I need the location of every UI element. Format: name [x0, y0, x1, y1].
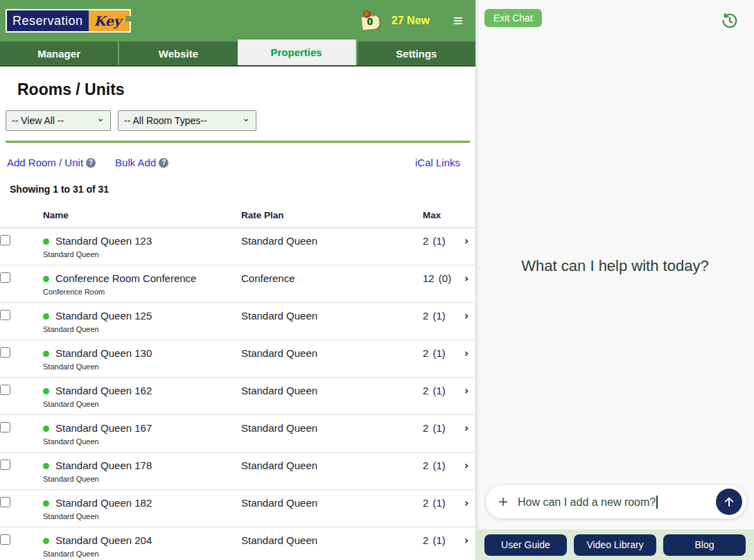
room-name[interactable]: Standard Queen 123 [55, 235, 152, 247]
exit-chat-button[interactable]: Exit Chat [484, 9, 542, 27]
row-name-cell: Standard Queen 123 Standard Queen [43, 228, 241, 265]
bulk-add-help-icon[interactable]: ? [159, 158, 168, 168]
send-button[interactable] [716, 489, 742, 515]
row-checkbox[interactable] [0, 310, 10, 320]
green-divider [6, 141, 470, 143]
chat-footer: User Guide Video Library Blog [476, 530, 754, 560]
blog-button[interactable]: Blog [663, 534, 746, 556]
row-checkbox[interactable] [0, 385, 10, 395]
row-chevron-right-icon[interactable]: › [457, 415, 475, 453]
row-checkbox-cell [0, 527, 43, 560]
room-name[interactable]: Standard Queen 178 [55, 460, 152, 471]
room-name[interactable]: Standard Queen 125 [55, 310, 152, 322]
rooms-table: Name Rate Plan Max Standard Queen 123 S [0, 204, 475, 560]
note-count: 0 [367, 15, 373, 27]
row-chevron-right-icon[interactable]: › [457, 378, 475, 415]
add-room-help-icon[interactable]: ? [86, 158, 96, 168]
row-max: 2 (1) [423, 415, 457, 453]
page-title: Rooms / Units [17, 80, 475, 99]
row-checkbox[interactable] [0, 534, 10, 545]
header-checkbox-col [0, 204, 43, 228]
row-chevron-right-icon[interactable]: › [457, 303, 475, 340]
tab-settings[interactable]: Settings [356, 42, 475, 65]
user-guide-button[interactable]: User Guide [484, 534, 567, 556]
chat-input[interactable]: How can I add a new room? [518, 496, 716, 509]
row-checkbox[interactable] [0, 272, 10, 283]
reservationkey-logo[interactable]: Reservation Key [6, 9, 131, 33]
active-status-dot [43, 351, 49, 357]
active-status-dot [43, 500, 49, 507]
table-row: Standard Queen 178 Standard Queen Standa… [0, 453, 475, 490]
row-checkbox[interactable] [0, 460, 10, 470]
row-rate-plan: Standard Queen [241, 527, 423, 560]
room-subtitle: Standard Queen [43, 550, 241, 558]
row-name-cell: Standard Queen 182 Standard Queen [43, 490, 241, 527]
app-header: Reservation Key 0 27 New ≡ [0, 0, 475, 42]
row-chevron-right-icon[interactable]: › [457, 228, 475, 265]
row-max: 2 (1) [423, 228, 457, 265]
row-chevron-right-icon[interactable]: › [457, 527, 475, 560]
room-name[interactable]: Standard Queen 162 [55, 385, 152, 396]
active-status-dot [43, 276, 49, 282]
logo-text-reservation: Reservation [7, 10, 89, 31]
row-rate-plan: Standard Queen [241, 340, 423, 378]
row-checkbox-cell [0, 228, 43, 265]
text-cursor [656, 496, 658, 509]
row-max: 2 (1) [423, 490, 457, 527]
room-name[interactable]: Standard Queen 204 [55, 534, 152, 546]
tab-website[interactable]: Website [118, 42, 237, 65]
tab-manager[interactable]: Manager [0, 42, 118, 65]
room-subtitle: Standard Queen [43, 437, 241, 446]
room-name[interactable]: Standard Queen 130 [55, 347, 152, 359]
table-row: Conference Room Conference Conference Ro… [0, 265, 475, 303]
view-filter-wrapper: -- View All -- [6, 110, 111, 131]
table-row: Standard Queen 125 Standard Queen Standa… [0, 303, 475, 340]
attach-plus-icon[interactable]: + [498, 493, 508, 510]
hamburger-menu-icon[interactable]: ≡ [453, 12, 463, 29]
room-type-filter-select[interactable]: -- All Room Types-- [118, 110, 256, 131]
notes-icon[interactable]: 0 [360, 10, 382, 31]
row-chevron-right-icon[interactable]: › [457, 490, 475, 527]
video-library-button[interactable]: Video Library [574, 534, 656, 556]
room-name[interactable]: Standard Queen 167 [55, 422, 152, 434]
room-name[interactable]: Standard Queen 182 [55, 497, 152, 509]
row-rate-plan: Standard Queen [241, 453, 423, 490]
table-row: Standard Queen 167 Standard Queen Standa… [0, 415, 475, 453]
row-rate-plan: Standard Queen [241, 378, 423, 415]
row-checkbox[interactable] [0, 347, 10, 358]
row-chevron-right-icon[interactable]: › [457, 265, 475, 303]
add-room-link[interactable]: Add Room / Unit [7, 157, 83, 168]
row-checkbox[interactable] [0, 497, 10, 507]
bulk-add-link[interactable]: Bulk Add [115, 157, 156, 168]
row-checkbox[interactable] [0, 422, 10, 432]
main-nav-tabs: Manager Website Properties Settings [0, 42, 475, 67]
ical-links-link[interactable]: iCal Links [415, 157, 460, 168]
room-subtitle: Standard Queen [43, 325, 241, 333]
chat-input-text: How can I add a new room? [518, 496, 656, 508]
row-rate-plan: Standard Queen [241, 490, 423, 527]
row-chevron-right-icon[interactable]: › [457, 453, 475, 490]
room-subtitle: Standard Queen [43, 362, 241, 371]
row-rate-plan: Conference [241, 265, 423, 303]
new-messages-badge[interactable]: 27 New [392, 15, 430, 27]
tab-properties[interactable]: Properties [238, 40, 356, 65]
row-name-cell: Standard Queen 167 Standard Queen [43, 415, 241, 453]
chat-greeting: What can I help with today? [476, 257, 754, 275]
row-chevron-right-icon[interactable]: › [457, 340, 475, 378]
chat-history-icon[interactable] [721, 12, 739, 30]
row-max: 2 (1) [423, 453, 457, 490]
room-name[interactable]: Conference Room Conference [55, 272, 196, 284]
row-checkbox[interactable] [0, 235, 10, 245]
chat-panel: Exit Chat What can I help with today? + … [475, 0, 754, 560]
header-arrow-col [457, 204, 475, 228]
row-checkbox-cell [0, 490, 43, 527]
row-rate-plan: Standard Queen [241, 303, 423, 340]
arrow-up-icon [722, 495, 736, 509]
row-rate-plan: Standard Queen [241, 415, 423, 453]
row-name-cell: Standard Queen 162 Standard Queen [43, 378, 241, 415]
table-header-row: Name Rate Plan Max [0, 204, 475, 228]
row-checkbox-cell [0, 265, 43, 303]
active-status-dot [43, 538, 49, 544]
row-max: 2 (1) [423, 527, 457, 560]
view-filter-select[interactable]: -- View All -- [6, 110, 111, 131]
